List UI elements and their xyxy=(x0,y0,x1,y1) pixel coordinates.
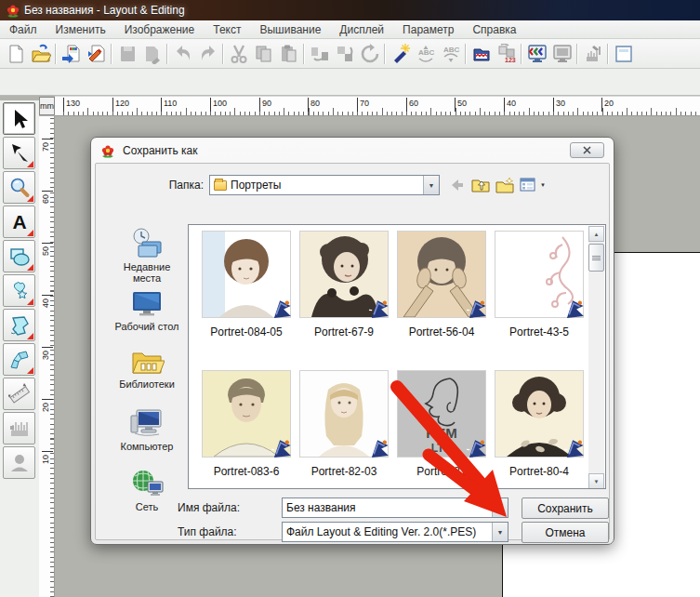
stitch-attributes-tool-icon[interactable] xyxy=(3,412,35,444)
point-edit-tool-icon[interactable] xyxy=(3,137,35,169)
redo-icon[interactable] xyxy=(195,42,220,66)
place-libraries[interactable]: Библиотеки xyxy=(106,348,188,390)
scrollbar-thumb[interactable] xyxy=(588,244,604,272)
cancel-button[interactable]: Отмена xyxy=(522,522,609,543)
manual-punch-tool-icon[interactable] xyxy=(3,309,35,341)
views-caret-icon[interactable]: ▼ xyxy=(540,182,546,188)
copy-icon[interactable] xyxy=(251,42,276,66)
scroll-up-button[interactable]: ▲ xyxy=(588,226,604,242)
toolbar-separator xyxy=(607,44,609,64)
place-computer[interactable]: Компьютер xyxy=(106,408,188,452)
h-ruler-label: 80 xyxy=(308,98,320,112)
open-file-icon[interactable] xyxy=(28,42,53,66)
stitch-simulator-icon[interactable] xyxy=(580,42,605,66)
scroll-down-button[interactable]: ▼ xyxy=(588,473,604,489)
text-arc-down-icon[interactable]: ABC xyxy=(413,42,438,66)
vertical-ruler: 70 60 50 40 30 20 10 xyxy=(39,116,55,597)
thread-chart-icon[interactable] xyxy=(469,42,494,66)
views-icon[interactable] xyxy=(520,178,538,192)
menu-text[interactable]: Текст xyxy=(204,21,250,38)
tool-palette: A xyxy=(0,100,39,597)
sewing-order-icon[interactable]: 123 xyxy=(494,42,519,66)
back-icon[interactable] xyxy=(449,177,466,193)
toolbar-separator xyxy=(303,44,305,64)
portrait-tool-icon[interactable] xyxy=(3,446,35,479)
place-label: Сеть xyxy=(136,501,158,512)
up-one-level-icon[interactable] xyxy=(471,177,490,193)
menu-image[interactable]: Изображение xyxy=(115,21,205,38)
fan-shape-tool-icon[interactable] xyxy=(3,343,35,376)
folder-dropdown-button[interactable]: ▼ xyxy=(423,176,439,194)
menu-file[interactable]: Файл xyxy=(0,21,46,38)
select-tool-icon[interactable] xyxy=(3,102,35,135)
filetype-dropdown-button[interactable]: ▼ xyxy=(492,523,508,541)
measure-tool-icon[interactable] xyxy=(3,378,35,410)
menu-option[interactable]: Параметр xyxy=(393,21,463,38)
write-to-card-icon[interactable] xyxy=(139,42,165,66)
h-ruler-label: 120 xyxy=(112,98,129,112)
outline-shapes-tool-icon[interactable] xyxy=(3,274,35,307)
flip-vertical-icon[interactable] xyxy=(332,42,357,66)
new-document-icon[interactable] xyxy=(3,42,28,66)
new-folder-icon[interactable] xyxy=(495,177,514,193)
close-icon xyxy=(583,146,591,154)
toolbar-separator xyxy=(465,44,467,64)
save-button[interactable]: Сохранить xyxy=(522,498,609,519)
save-icon[interactable] xyxy=(114,42,139,66)
file-thumbnail: KEMLTD xyxy=(397,370,486,458)
import-design-icon[interactable] xyxy=(59,42,84,66)
ruler-unit-box: mm xyxy=(39,97,55,115)
place-network[interactable]: Сеть xyxy=(106,469,188,512)
v-ruler-label: 50 xyxy=(41,244,50,259)
file-item[interactable]: Portret-084-05 xyxy=(202,231,291,338)
menu-display[interactable]: Дисплей xyxy=(330,21,393,38)
filetype-combobox[interactable]: Файл Layout & Editing Ver. 2.0(*.PES) ▼ xyxy=(282,522,508,542)
paste-icon[interactable] xyxy=(276,42,301,66)
file-name: Portret-56-04 xyxy=(397,325,486,338)
menu-edit[interactable]: Изменить xyxy=(46,21,115,38)
flip-horizontal-icon[interactable] xyxy=(307,42,332,66)
file-list-scrollbar[interactable]: ▲ ▼ xyxy=(588,226,604,489)
caret-down-icon: ▼ xyxy=(497,505,504,511)
basic-shapes-tool-icon[interactable] xyxy=(3,240,35,272)
undo-icon[interactable] xyxy=(170,42,195,66)
svg-text:KEM: KEM xyxy=(426,425,456,441)
cut-icon[interactable] xyxy=(226,42,251,66)
file-item[interactable]: Portret-67-9 xyxy=(299,231,389,338)
desktop-icon xyxy=(129,290,165,318)
filename-combobox[interactable]: Без названия ▼ xyxy=(282,498,508,518)
place-desktop[interactable]: Рабочий стол xyxy=(106,290,188,332)
dialog-title-bar[interactable]: Сохранить как xyxy=(91,138,614,163)
v-ruler-label: 20 xyxy=(41,400,50,415)
file-item[interactable]: Portret-083-6 xyxy=(202,370,291,478)
image-to-stitch-icon[interactable] xyxy=(84,42,109,66)
realistic-view-icon[interactable] xyxy=(524,42,549,66)
dialog-close-button[interactable] xyxy=(570,142,604,158)
file-list[interactable]: Portret-084-05 Portret-67-9 Portret-56-0… xyxy=(188,224,606,489)
text-tool-icon[interactable]: A xyxy=(3,206,35,238)
h-ruler-label: 30 xyxy=(553,98,565,112)
title-bar[interactable]: Без названия - Layout & Editing xyxy=(0,0,700,20)
image-wizard-icon[interactable] xyxy=(388,42,413,66)
file-item[interactable]: Portret-80-4 xyxy=(495,370,584,478)
app-flower-icon xyxy=(6,3,20,18)
menu-help[interactable]: Справка xyxy=(463,21,525,38)
caret-up-icon: ▲ xyxy=(594,232,600,237)
menu-sew[interactable]: Вышивание xyxy=(250,21,330,38)
folder-combobox[interactable]: Портреты ▼ xyxy=(209,175,440,195)
file-thumbnail xyxy=(202,231,291,318)
zoom-tool-icon[interactable] xyxy=(3,171,35,204)
text-arc-up-icon[interactable]: ABC xyxy=(438,42,463,66)
file-item[interactable]: Portret-43-5 xyxy=(495,231,584,338)
solid-view-icon[interactable] xyxy=(549,42,575,66)
rotate-icon[interactable] xyxy=(357,42,382,66)
file-item[interactable]: Portret-56-04 xyxy=(397,231,486,338)
filename-dropdown-button[interactable]: ▼ xyxy=(492,498,508,517)
network-icon xyxy=(129,469,165,498)
file-item[interactable]: Portret-82-03 xyxy=(299,370,389,478)
dialog-body: Папка: Портреты ▼ ▼ Недавние места xyxy=(95,163,610,540)
folder-value: Портреты xyxy=(227,179,423,192)
place-recent[interactable]: Недавние места xyxy=(106,227,188,284)
file-item[interactable]: KEMLTD Portret-81 xyxy=(397,370,486,478)
design-property-icon[interactable] xyxy=(611,42,636,66)
